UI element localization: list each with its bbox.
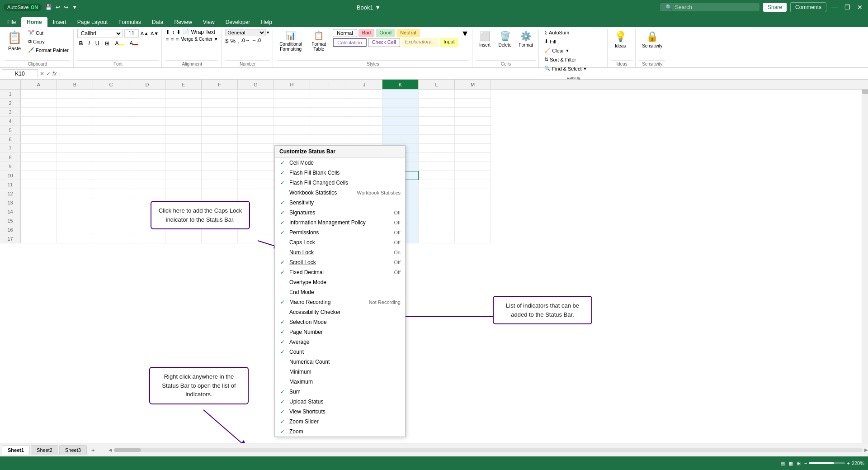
menu-item-upload-status[interactable]: ✓Upload Status bbox=[275, 397, 405, 407]
view-page-layout-icon[interactable]: ▦ bbox=[788, 461, 793, 466]
view-normal-icon[interactable]: ▤ bbox=[780, 461, 785, 466]
zoom-in-button[interactable]: + bbox=[847, 461, 849, 466]
row-header-14[interactable]: 14 bbox=[0, 207, 21, 216]
menu-item-page-number[interactable]: ✓Page Number bbox=[275, 327, 405, 337]
sheet-tab-3[interactable]: Sheet3 bbox=[59, 445, 87, 455]
menu-item-scroll-lock[interactable]: ✓Scroll LockOff bbox=[275, 257, 405, 267]
col-header-E[interactable]: E bbox=[165, 80, 202, 89]
tab-page-layout[interactable]: Page Layout bbox=[72, 17, 113, 27]
align-right-button[interactable]: ≡ bbox=[175, 37, 179, 43]
formula-insert-function-icon[interactable]: fx bbox=[52, 71, 57, 77]
style-calculation[interactable]: Calculation bbox=[333, 38, 366, 47]
sort-filter-button[interactable]: ⇅ Sort & Filter bbox=[542, 56, 578, 63]
sensitivity-button[interactable]: 🔒 Sensitivity bbox=[639, 29, 665, 50]
menu-item-macro-recording[interactable]: ✓Macro RecordingNot Recording bbox=[275, 297, 405, 307]
col-header-M[interactable]: M bbox=[455, 80, 491, 89]
share-button[interactable]: Share bbox=[763, 3, 787, 12]
row-header-13[interactable]: 13 bbox=[0, 198, 21, 207]
menu-item-flash-fill-changed[interactable]: ✓Flash Fill Changed Cells bbox=[275, 178, 405, 188]
sheet-tab-1[interactable]: Sheet1 bbox=[2, 445, 30, 455]
comma-button[interactable]: , bbox=[237, 38, 239, 44]
col-header-J[interactable]: J bbox=[346, 80, 382, 89]
vertical-scrollbar[interactable] bbox=[862, 80, 868, 443]
search-box[interactable]: 🔍 Search bbox=[660, 3, 760, 11]
menu-item-numerical-count[interactable]: Numerical Count bbox=[275, 357, 405, 367]
row-header-12[interactable]: 12 bbox=[0, 189, 21, 198]
align-top-button[interactable]: ⬆ bbox=[165, 29, 170, 35]
copy-button[interactable]: ⧉ Copy bbox=[26, 38, 71, 45]
tab-insert[interactable]: Insert bbox=[47, 17, 72, 27]
row-header-4[interactable]: 4 bbox=[0, 117, 21, 126]
row-header-10[interactable]: 10 bbox=[0, 171, 21, 180]
row-header-15[interactable]: 15 bbox=[0, 216, 21, 225]
menu-item-accessibility[interactable]: Accessibility Checker bbox=[275, 307, 405, 317]
menu-item-view-shortcuts[interactable]: ✓View Shortcuts bbox=[275, 407, 405, 417]
col-header-K[interactable]: K bbox=[382, 80, 419, 89]
italic-button[interactable]: I bbox=[86, 39, 91, 47]
scroll-right-icon[interactable]: ▶ bbox=[864, 447, 868, 452]
col-header-H[interactable]: H bbox=[274, 80, 310, 89]
add-sheet-button[interactable]: + bbox=[88, 445, 99, 456]
menu-item-zoom[interactable]: ✓Zoom bbox=[275, 427, 405, 437]
zoom-slider[interactable] bbox=[809, 462, 845, 464]
menu-item-count[interactable]: ✓Count bbox=[275, 347, 405, 357]
row-header-11[interactable]: 11 bbox=[0, 180, 21, 189]
menu-item-information-mgmt[interactable]: ✓Information Management PolicyOff bbox=[275, 218, 405, 228]
tab-view[interactable]: View bbox=[198, 17, 220, 27]
cut-button[interactable]: ✂️ Cut bbox=[26, 29, 71, 37]
scroll-left-icon[interactable]: ◀ bbox=[108, 447, 112, 452]
borders-button[interactable]: ⊞ bbox=[103, 39, 111, 47]
tab-file[interactable]: File bbox=[2, 17, 21, 27]
row-header-16[interactable]: 16 bbox=[0, 225, 21, 234]
save-icon[interactable]: 💾 bbox=[45, 4, 52, 10]
menu-item-caps-lock[interactable]: Caps LockOff bbox=[275, 237, 405, 247]
row-header-9[interactable]: 9 bbox=[0, 162, 21, 171]
tab-review[interactable]: Review bbox=[169, 17, 197, 27]
bold-button[interactable]: B bbox=[77, 39, 85, 47]
font-size-decrease-icon[interactable]: A▼ bbox=[151, 31, 159, 36]
font-size-input[interactable] bbox=[124, 29, 139, 38]
menu-item-cell-mode[interactable]: ✓Cell Mode bbox=[275, 158, 405, 168]
col-header-F[interactable]: F bbox=[202, 80, 238, 89]
align-middle-button[interactable]: ↕ bbox=[172, 29, 175, 35]
insert-button[interactable]: ⬜ Insert bbox=[476, 29, 494, 49]
tab-formulas[interactable]: Formulas bbox=[113, 17, 146, 27]
name-box[interactable] bbox=[2, 69, 38, 78]
align-left-button[interactable]: ≡ bbox=[165, 37, 169, 43]
paste-button[interactable]: 📋 Paste bbox=[5, 29, 24, 53]
number-format-select[interactable]: General bbox=[225, 29, 266, 36]
style-bad[interactable]: Bad bbox=[359, 29, 375, 37]
menu-item-sensitivity[interactable]: ✓Sensitivity bbox=[275, 198, 405, 208]
style-check-cell[interactable]: Check Cell bbox=[368, 38, 400, 47]
minimize-button[interactable]: — bbox=[830, 3, 839, 12]
fill-button[interactable]: ⬇ Fill bbox=[542, 38, 558, 45]
fill-color-button[interactable]: A bbox=[113, 39, 126, 47]
row-header-6[interactable]: 6 bbox=[0, 135, 21, 144]
increase-decimal-button[interactable]: .0→ bbox=[241, 38, 250, 44]
menu-item-fixed-decimal[interactable]: ✓Fixed DecimalOff bbox=[275, 267, 405, 277]
menu-item-average[interactable]: ✓Average bbox=[275, 337, 405, 347]
more-options-icon[interactable]: ▼ bbox=[72, 4, 77, 10]
row-header-2[interactable]: 2 bbox=[0, 99, 21, 108]
style-normal[interactable]: Normal bbox=[333, 29, 357, 37]
menu-item-permissions[interactable]: ✓PermissionsOff bbox=[275, 228, 405, 237]
restore-button[interactable]: ❐ bbox=[843, 3, 852, 12]
menu-item-sum[interactable]: ✓Sum bbox=[275, 387, 405, 397]
col-header-G[interactable]: G bbox=[238, 80, 274, 89]
menu-item-workbook-stats[interactable]: Workbook StatisticsWorkbook Statistics bbox=[275, 188, 405, 198]
tab-help[interactable]: Help bbox=[255, 17, 278, 27]
underline-button[interactable]: U bbox=[94, 39, 101, 47]
col-header-B[interactable]: B bbox=[57, 80, 93, 89]
menu-item-minimum[interactable]: Minimum bbox=[275, 367, 405, 377]
ideas-button[interactable]: 💡 Ideas bbox=[611, 29, 629, 50]
menu-item-overtype-mode[interactable]: Overtype Mode bbox=[275, 277, 405, 287]
percent-button[interactable]: % bbox=[230, 38, 236, 44]
tab-data[interactable]: Data bbox=[146, 17, 169, 27]
redo-icon[interactable]: ↪ bbox=[64, 4, 68, 10]
style-good[interactable]: Good bbox=[376, 29, 395, 37]
clear-button[interactable]: 🧹 Clear ▼ bbox=[542, 47, 571, 54]
font-size-increase-icon[interactable]: A▲ bbox=[141, 31, 149, 36]
sheet-tab-2[interactable]: Sheet2 bbox=[31, 445, 58, 455]
menu-item-zoom-slider[interactable]: ✓Zoom Slider bbox=[275, 417, 405, 427]
currency-button[interactable]: $ bbox=[225, 38, 228, 44]
